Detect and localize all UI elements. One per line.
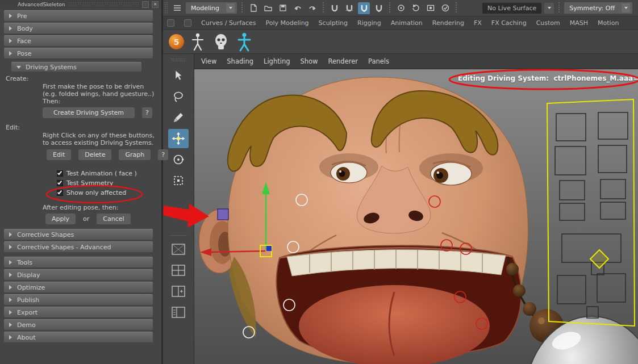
select-tool-button[interactable] [168, 66, 189, 85]
paint-select-tool-button[interactable] [168, 108, 189, 127]
shelf-tab-fx[interactable]: FX [474, 19, 482, 27]
section-optimize[interactable]: Optimize [4, 282, 153, 292]
open-scene-icon[interactable] [262, 2, 274, 14]
section-corrective-shapes-advanced[interactable]: Corrective Shapes - Advanced [4, 241, 153, 252]
save-scene-icon[interactable] [277, 2, 289, 14]
section-tools[interactable]: Tools [4, 257, 153, 267]
section-demo[interactable]: Demo [4, 319, 153, 330]
layout-single-pane-button[interactable] [170, 241, 187, 257]
shelf-tab-animation[interactable]: Animation [391, 19, 423, 27]
necklace-and-shoulder [506, 257, 638, 364]
layout-four-pane-button[interactable] [170, 262, 187, 278]
shelf-tab-sculpting[interactable]: Sculpting [319, 19, 348, 27]
layout-outliner-persp-button[interactable] [170, 304, 187, 320]
make-live-icon[interactable] [395, 2, 407, 14]
close-icon[interactable]: ✕ [152, 1, 159, 8]
section-pre[interactable]: Pre [4, 10, 153, 21]
checkbox-test-animation[interactable]: Test Animation ( face ) [57, 169, 161, 178]
shelf-tab-fx-caching[interactable]: FX Caching [491, 19, 527, 27]
separator [389, 2, 390, 14]
graph-button[interactable]: Graph [119, 149, 151, 160]
section-display[interactable]: Display [4, 269, 153, 280]
section-publish[interactable]: Publish [4, 294, 153, 305]
character-head [199, 77, 528, 364]
menu-shading[interactable]: Shading [227, 57, 253, 65]
scale-tool-button[interactable] [168, 171, 189, 190]
drag-handle-icon[interactable] [68, 2, 139, 7]
workspace-menu-icon[interactable] [171, 2, 183, 14]
viewport-canvas[interactable]: Editing Driving System: ctrlPhonemes_M.a… [194, 69, 638, 364]
snap-to-grids-icon[interactable] [328, 2, 340, 14]
shelf-tab-poly-modeling[interactable]: Poly Modeling [266, 19, 309, 27]
delete-button[interactable]: Delete [78, 149, 111, 160]
selected-control-square[interactable] [218, 209, 228, 220]
section-about[interactable]: About [4, 332, 153, 342]
shelf-face-rig-button[interactable] [211, 32, 231, 52]
selected-phoneme-control[interactable] [590, 250, 608, 268]
phoneme-control-board[interactable] [547, 99, 635, 326]
checkbox-show-only-affected[interactable]: Show only affected [57, 189, 161, 197]
section-label: Pre [17, 12, 27, 20]
panel-titlebar[interactable]: AdvancedSkeleton ✕ [0, 0, 161, 9]
section-driving-systems[interactable]: Driving Systems [11, 62, 141, 72]
help-button[interactable]: ? [158, 149, 168, 160]
edit-button[interactable]: Edit [47, 149, 71, 160]
menu-renderer[interactable]: Renderer [328, 57, 358, 65]
chevron-right-icon [9, 51, 12, 56]
tool-box [163, 54, 194, 364]
live-surface-field[interactable]: No Live Surface [482, 3, 541, 14]
chevron-right-icon [9, 273, 12, 277]
apply-button[interactable]: Apply [45, 214, 76, 224]
section-corrective-shapes[interactable]: Corrective Shapes [4, 229, 153, 240]
help-button[interactable]: ? [142, 107, 152, 118]
section-pose[interactable]: Pose [4, 48, 153, 58]
rotate-tool-button[interactable] [168, 150, 189, 169]
separator [558, 2, 560, 14]
shelf-game-skeleton-button[interactable] [235, 32, 254, 52]
shelf-tab-curves-surfaces[interactable]: Curves / Surfaces [201, 19, 256, 27]
snap-to-points-icon[interactable] [358, 2, 370, 14]
undo-icon[interactable] [291, 2, 303, 14]
snap-to-curves-icon[interactable] [343, 2, 355, 14]
shelf-tab-motion[interactable]: Motion [598, 19, 619, 27]
lasso-tool-button[interactable] [168, 87, 189, 106]
shelf-tab-custom[interactable]: Custom [536, 19, 560, 27]
separator [241, 2, 243, 14]
section-body[interactable]: Body [4, 23, 153, 34]
create-driving-system-button[interactable]: Create Driving System [43, 107, 135, 118]
shelf-tab-menu-icon[interactable] [167, 19, 174, 27]
dock-icon[interactable] [142, 1, 149, 8]
open-render-view-icon[interactable] [424, 2, 436, 14]
new-scene-icon[interactable] [247, 2, 259, 14]
cancel-button[interactable]: Cancel [97, 214, 130, 224]
snap-to-projected-center-icon[interactable] [373, 2, 385, 14]
shelf-tab-mash[interactable]: MASH [570, 19, 588, 27]
shelf-tab-rigging[interactable]: Rigging [357, 19, 381, 27]
shelf-icon-row: 5 [163, 30, 638, 54]
construction-history-icon[interactable] [410, 2, 422, 14]
menu-set-dropdown[interactable]: Modeling [186, 2, 237, 14]
chevron-down-icon[interactable] [544, 3, 554, 14]
render-current-frame-icon[interactable] [439, 2, 451, 14]
section-face[interactable]: Face [4, 35, 153, 46]
redo-icon[interactable] [306, 2, 318, 14]
pose-section-content: Driving Systems Create: First make the p… [0, 62, 161, 224]
layout-two-pane-button[interactable] [170, 283, 187, 299]
section-label: Corrective Shapes - Advanced [17, 244, 111, 251]
move-tool-button[interactable] [168, 129, 189, 148]
shelf-advancedskeleton5-button[interactable]: 5 [169, 34, 184, 49]
menu-panels[interactable]: Panels [368, 57, 389, 65]
shelf-options-icon[interactable] [184, 19, 191, 27]
chevron-right-icon [9, 260, 12, 265]
checkbox-checked-icon [57, 170, 63, 177]
menu-view[interactable]: View [201, 57, 216, 65]
symmetry-dropdown[interactable]: Symmetry: Off [564, 2, 632, 14]
checkbox-test-symmetry[interactable]: Test Symmetry [57, 179, 161, 187]
section-export[interactable]: Export [4, 307, 153, 317]
drag-handle-icon[interactable] [164, 2, 168, 14]
shelf-tab-rendering[interactable]: Rendering [432, 19, 464, 27]
drag-handle-icon[interactable] [171, 58, 186, 62]
shelf-body-rig-button[interactable] [188, 32, 207, 52]
menu-show[interactable]: Show [301, 57, 318, 65]
menu-lighting[interactable]: Lighting [264, 57, 290, 65]
